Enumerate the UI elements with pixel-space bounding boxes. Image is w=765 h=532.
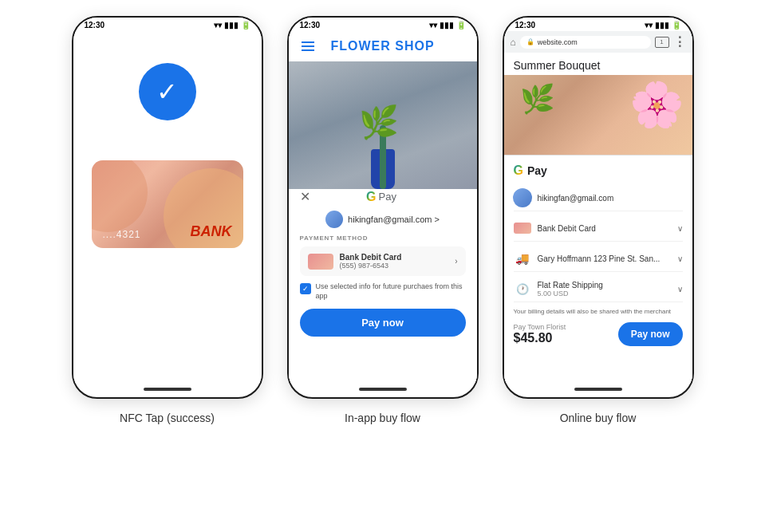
card-number: ....4321	[103, 229, 141, 240]
success-circle: ✓	[139, 63, 196, 120]
card-name-label: Bank Debit Card	[340, 253, 455, 262]
phone-inapp: 12:30 ▾▾ ▮▮▮ 🔋 FLOWER SHOP	[287, 16, 479, 399]
time-online: 12:30	[515, 21, 536, 30]
payment-sheet: ✕ G Pay hikingfan@gmail.com > PAYMENT ME…	[289, 181, 477, 383]
pay-text: Pay	[379, 191, 396, 203]
pay-now-button-online[interactable]: Pay now	[618, 322, 683, 346]
phone-nfc: 12:30 ▾▾ ▮▮▮ 🔋 ✓ ....4321 BANK	[72, 16, 263, 399]
hamburger-line-2	[302, 45, 314, 47]
total-amount: $45.80	[514, 331, 566, 345]
lock-icon: 🔒	[526, 38, 534, 45]
wifi-icon-2: ▾▾	[429, 21, 437, 30]
pay-to-label: Pay Town Florist	[514, 323, 566, 331]
browser-bar: ⌂ 🔒 website.com 1 ⋮	[504, 31, 692, 53]
pay-footer: Pay Town Florist $45.80 Pay now	[514, 322, 683, 346]
g-logo-letter-2: G	[514, 164, 523, 178]
phone-inapp-container: 12:30 ▾▾ ▮▮▮ 🔋 FLOWER SHOP	[287, 16, 479, 424]
card-name-online: Bank Debit Card	[538, 224, 596, 233]
address-info-left: 🚚 Gary Hoffmann 123 Pine St. San...	[514, 250, 661, 267]
total-block: Pay Town Florist $45.80	[514, 323, 566, 345]
gpay-logo: G Pay	[366, 190, 396, 204]
user-avatar	[325, 211, 343, 228]
app-header: FLOWER SHOP	[289, 31, 477, 61]
browser-home-icon[interactable]: ⌂	[511, 37, 516, 48]
delivery-truck-icon: 🚚	[514, 253, 531, 264]
bouquet-image: 🌿 🌸	[504, 75, 692, 155]
card-phone-label: (555) 987-6543	[340, 262, 455, 270]
status-bar-inapp: 12:30 ▾▾ ▮▮▮ 🔋	[289, 18, 477, 31]
battery-icon-3: 🔋	[672, 21, 681, 30]
shipping-cost: 5.00 USD	[538, 290, 603, 298]
card-info-row[interactable]: Bank Debit Card ∨	[514, 215, 683, 242]
browser-tabs-icon[interactable]: 1	[655, 37, 669, 48]
address-info-row[interactable]: 🚚 Gary Hoffmann 123 Pine St. San... ∨	[514, 246, 683, 272]
url-bar[interactable]: 🔒 website.com	[520, 36, 651, 49]
signal-icon: ▮▮▮	[224, 21, 239, 30]
checkbox-text: Use selected info for future purchaes fr…	[316, 282, 466, 301]
billing-note: Your billing details will also be shared…	[514, 308, 683, 315]
chevron-down-address: ∨	[677, 254, 683, 263]
signal-icon-3: ▮▮▮	[655, 21, 669, 30]
shipping-info-row[interactable]: 🕐 Flat Rate Shipping 5.00 USD ∨	[514, 276, 683, 302]
chevron-down-shipping: ∨	[677, 285, 683, 294]
home-indicator-online	[574, 388, 622, 391]
payment-method-label: PAYMENT METHOD	[300, 234, 466, 242]
address-text: Gary Hoffmann 123 Pine St. San...	[538, 254, 661, 263]
card-icon-online	[514, 219, 531, 237]
user-email: hikingfan@gmail.com >	[348, 215, 440, 224]
wifi-icon-3: ▾▾	[645, 21, 653, 30]
signal-icon-2: ▮▮▮	[440, 21, 454, 30]
phone-online: 12:30 ▾▾ ▮▮▮ 🔋 ⌂ 🔒 website.com 1 ⋮	[503, 16, 694, 399]
gpay-inline-header: G Pay	[514, 164, 683, 178]
card-bottom: ....4321 BANK	[103, 223, 232, 240]
online-content: ⌂ 🔒 website.com 1 ⋮ Summer Bouquet 🌿 🌸	[504, 31, 692, 383]
checkbox-row: ✓ Use selected info for future purchaes …	[300, 282, 466, 301]
phone-label-inapp: In-app buy flow	[345, 412, 420, 424]
chevron-right-icon: ›	[455, 257, 457, 266]
checkbox[interactable]: ✓	[300, 283, 311, 294]
phones-row: 12:30 ▾▾ ▮▮▮ 🔋 ✓ ....4321 BANK	[72, 16, 694, 524]
browser-more-icon[interactable]: ⋮	[673, 34, 686, 49]
pay-now-button-inapp[interactable]: Pay now	[300, 309, 466, 337]
page-title: Summer Bouquet	[504, 53, 692, 75]
close-button[interactable]: ✕	[300, 189, 310, 204]
hamburger-line-3	[302, 49, 314, 51]
webpage-content: Summer Bouquet 🌿 🌸 G Pay	[504, 53, 692, 383]
hamburger-line-1	[302, 41, 314, 43]
checkmark-small: ✓	[302, 285, 309, 293]
orange-flower-icon: 🌸	[629, 79, 684, 131]
payment-method-row[interactable]: Bank Debit Card (555) 987-6543 ›	[300, 246, 466, 276]
flower-image: 🌿	[289, 61, 477, 189]
phone-online-container: 12:30 ▾▾ ▮▮▮ 🔋 ⌂ 🔒 website.com 1 ⋮	[503, 16, 694, 424]
home-indicator-inapp	[359, 388, 407, 391]
g-logo-letter: G	[366, 190, 376, 204]
status-bar-nfc: 12:30 ▾▾ ▮▮▮ 🔋	[73, 18, 262, 31]
status-icons-inapp: ▾▾ ▮▮▮ 🔋	[429, 21, 466, 30]
chevron-down-card: ∨	[677, 224, 683, 233]
battery-icon: 🔋	[241, 21, 250, 30]
inapp-content: FLOWER SHOP 🌿 ✕ G Pay	[289, 31, 477, 383]
wifi-icon: ▾▾	[214, 21, 222, 30]
card-icon-mini	[308, 254, 333, 270]
user-info-row[interactable]: hikingfan@gmail.com	[514, 185, 683, 211]
nfc-content: ✓ ....4321 BANK	[73, 31, 262, 383]
phone-label-nfc: NFC Tap (success)	[120, 412, 215, 424]
shipping-label: Flat Rate Shipping	[538, 281, 603, 290]
card-info: Bank Debit Card (555) 987-6543	[340, 253, 455, 270]
home-indicator-nfc	[144, 388, 191, 391]
phone-nfc-container: 12:30 ▾▾ ▮▮▮ 🔋 ✓ ....4321 BANK	[72, 16, 263, 424]
shipping-info-left: 🕐 Flat Rate Shipping 5.00 USD	[514, 280, 603, 298]
sheet-header: ✕ G Pay	[300, 189, 466, 204]
phone-label-online: Online buy flow	[560, 412, 637, 424]
time-nfc: 12:30	[85, 21, 105, 30]
user-row[interactable]: hikingfan@gmail.com >	[300, 211, 466, 228]
app-title: FLOWER SHOP	[330, 39, 434, 53]
gpay-inline-title: Pay	[527, 164, 547, 177]
user-email-online: hikingfan@gmail.com	[538, 194, 614, 203]
clock-icon-box: 🕐	[514, 280, 531, 298]
hamburger-icon[interactable]	[302, 41, 314, 51]
status-icons-online: ▾▾ ▮▮▮ 🔋	[645, 21, 681, 30]
shipping-text-block: Flat Rate Shipping 5.00 USD	[538, 281, 603, 298]
clock-icon: 🕐	[514, 283, 531, 294]
user-info-left: hikingfan@gmail.com	[514, 189, 614, 207]
